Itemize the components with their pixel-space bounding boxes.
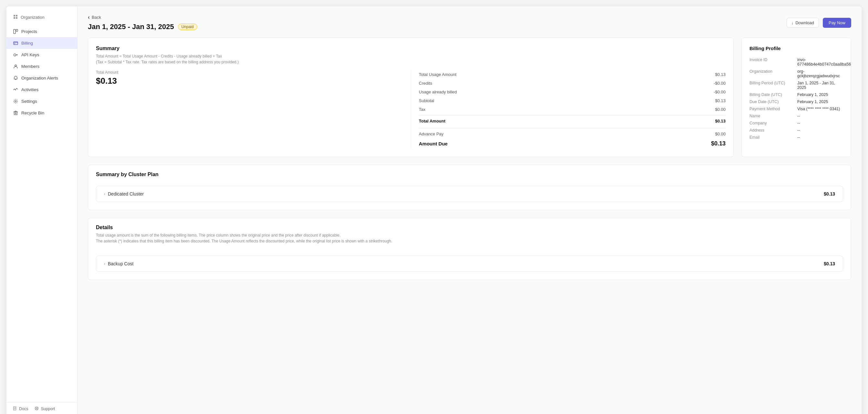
docs-link[interactable]: Docs bbox=[13, 406, 28, 411]
total-amount-value: $0.13 bbox=[96, 76, 403, 86]
details-card: Details Total usage amount is the sum of… bbox=[88, 218, 851, 280]
svg-point-13 bbox=[15, 65, 17, 66]
sidebar-item-recycle-bin[interactable]: Recycle Bin bbox=[6, 107, 77, 119]
line-item-label: Credits bbox=[419, 81, 432, 86]
line-item-label: Total Usage Amount bbox=[419, 72, 456, 77]
svg-rect-0 bbox=[13, 15, 15, 17]
sidebar-navigation: Projects Billing bbox=[6, 26, 77, 402]
sidebar-item-label: Activities bbox=[21, 87, 38, 92]
pay-now-button[interactable]: Pay Now bbox=[823, 18, 851, 28]
cluster-chevron-icon: › bbox=[104, 191, 105, 196]
profile-row-billing-date: Billing Date (UTC) February 1, 2025 bbox=[749, 91, 843, 98]
profile-row-name: Name -- bbox=[749, 113, 843, 120]
profile-row-invoice: Invoice ID invo-677486b4e4b0747c0aa8ba56 bbox=[749, 56, 843, 68]
details-title: Details bbox=[96, 225, 843, 231]
sidebar-item-members[interactable]: Members bbox=[6, 60, 77, 72]
sidebar-item-billing[interactable]: Billing bbox=[6, 37, 77, 49]
summary-title: Summary bbox=[96, 46, 725, 51]
api-keys-icon bbox=[13, 52, 18, 57]
sidebar-item-label: Projects bbox=[21, 29, 37, 34]
profile-value: -- bbox=[797, 135, 843, 140]
back-button[interactable]: ‹ Back bbox=[88, 14, 197, 20]
line-item-label: Subtotal bbox=[419, 98, 434, 103]
svg-point-9 bbox=[13, 54, 16, 56]
line-item-amount-due: Amount Due $0.13 bbox=[419, 138, 725, 149]
profile-value: invo-677486b4e4b0747c0aa8ba56 bbox=[797, 58, 851, 66]
backup-chevron-icon: › bbox=[104, 262, 105, 266]
advance-pay-label: Advance Pay bbox=[419, 131, 444, 137]
org-icon bbox=[13, 14, 18, 20]
sidebar-item-activities[interactable]: Activities bbox=[6, 84, 77, 95]
org-alerts-icon bbox=[13, 75, 18, 81]
sidebar-item-label: Members bbox=[21, 64, 39, 69]
sidebar: Organization Projects bbox=[6, 6, 78, 414]
sidebar-item-settings[interactable]: Settings bbox=[6, 95, 77, 107]
line-item-label: Usage already billed bbox=[419, 90, 457, 94]
pay-now-label: Pay Now bbox=[829, 20, 845, 25]
svg-rect-3 bbox=[16, 17, 18, 19]
svg-rect-2 bbox=[13, 17, 15, 19]
line-item-value: $0.00 bbox=[715, 107, 725, 112]
sidebar-item-api-keys[interactable]: API Keys bbox=[6, 49, 77, 60]
profile-label: Billing Period (UTC) bbox=[749, 81, 795, 90]
amount-due-value: $0.13 bbox=[711, 140, 725, 147]
cluster-left: › Dedicated Cluster bbox=[104, 191, 144, 197]
svg-line-29 bbox=[36, 409, 36, 410]
svg-rect-1 bbox=[16, 15, 18, 17]
line-item-value: $0.13 bbox=[715, 98, 725, 103]
profile-row-address: Address -- bbox=[749, 127, 843, 134]
page-header: ‹ Back Jan 1, 2025 - Jan 31, 2025 Unpaid… bbox=[88, 14, 851, 31]
dedicated-cluster-row[interactable]: › Dedicated Cluster $0.13 bbox=[96, 186, 843, 202]
line-item-advance: Advance Pay $0.00 bbox=[419, 128, 725, 138]
profile-value: Jan 1, 2025 - Jan 31, 2025 bbox=[797, 81, 843, 90]
members-icon bbox=[13, 64, 18, 69]
total-amount-label: Total Amount bbox=[96, 70, 403, 75]
support-link[interactable]: Support bbox=[35, 406, 55, 411]
line-item-usage: Total Usage Amount $0.13 bbox=[419, 70, 725, 79]
profile-row-email: Email -- bbox=[749, 134, 843, 141]
advance-pay-value: $0.00 bbox=[715, 131, 725, 137]
profile-label: Due Date (UTC) bbox=[749, 99, 795, 104]
page-header-left: ‹ Back Jan 1, 2025 - Jan 31, 2025 Unpaid bbox=[88, 14, 197, 31]
billing-profile-title: Billing Profile bbox=[749, 46, 843, 51]
profile-row-org: Organization org-gckjbzerqzgjadwudxjrsc bbox=[749, 68, 843, 80]
sidebar-item-label: API Keys bbox=[21, 52, 39, 57]
backup-left: › Backup Cost bbox=[104, 261, 133, 266]
activities-icon bbox=[13, 87, 18, 92]
line-item-label: Tax bbox=[419, 107, 425, 112]
support-label: Support bbox=[41, 407, 55, 411]
profile-row-company: Company -- bbox=[749, 120, 843, 127]
sidebar-item-projects[interactable]: Projects bbox=[6, 26, 77, 37]
page-title-row: Jan 1, 2025 - Jan 31, 2025 Unpaid bbox=[88, 23, 197, 31]
sidebar-item-label: Organization Alerts bbox=[21, 76, 58, 81]
profile-value: -- bbox=[797, 114, 843, 118]
back-chevron-icon: ‹ bbox=[88, 14, 90, 20]
svg-rect-8 bbox=[14, 43, 15, 44]
summary-grid: Total Amount $0.13 Total Usage Amount $0… bbox=[96, 70, 725, 149]
backup-cost-row[interactable]: › Backup Cost $0.13 bbox=[96, 256, 843, 272]
profile-value: February 1, 2025 bbox=[797, 99, 843, 104]
profile-label: Billing Date (UTC) bbox=[749, 92, 795, 97]
summary-card: Summary Total Amount = Total Usage Amoun… bbox=[88, 37, 734, 157]
profile-value: -- bbox=[797, 121, 843, 125]
main-content: ‹ Back Jan 1, 2025 - Jan 31, 2025 Unpaid… bbox=[78, 6, 862, 414]
profile-label: Invoice ID bbox=[749, 58, 795, 66]
sidebar-footer: Docs Support bbox=[6, 402, 77, 414]
profile-label: Address bbox=[749, 128, 795, 132]
line-item-value: $0.13 bbox=[715, 119, 725, 123]
projects-icon bbox=[13, 29, 18, 34]
sidebar-item-org-alerts[interactable]: Organization Alerts bbox=[6, 72, 77, 84]
line-item-value: -$0.00 bbox=[714, 90, 725, 94]
line-item-billed: Usage already billed -$0.00 bbox=[419, 88, 725, 96]
profile-label: Company bbox=[749, 121, 795, 125]
sidebar-item-label: Settings bbox=[21, 99, 37, 104]
profile-row-payment: Payment Method Visa (**** **** **** 0341… bbox=[749, 106, 843, 113]
line-item-value: -$0.00 bbox=[714, 81, 725, 86]
cluster-plan-card: Summary by Cluster Plan › Dedicated Clus… bbox=[88, 165, 851, 210]
cluster-amount: $0.13 bbox=[824, 191, 835, 197]
svg-point-14 bbox=[15, 100, 16, 102]
download-button[interactable]: ↓ Download bbox=[786, 18, 819, 28]
svg-rect-5 bbox=[16, 29, 18, 31]
org-label: Organization bbox=[21, 15, 44, 20]
unpaid-badge: Unpaid bbox=[178, 24, 197, 30]
